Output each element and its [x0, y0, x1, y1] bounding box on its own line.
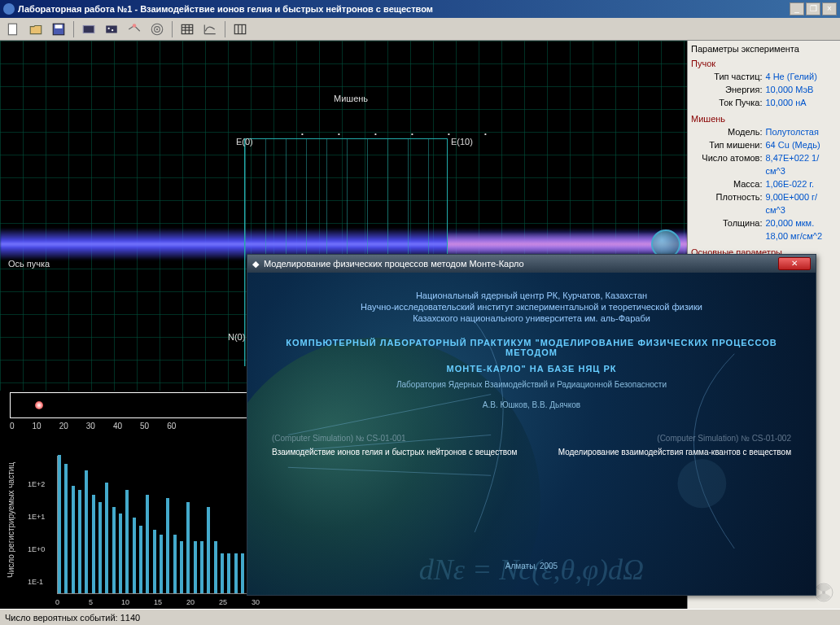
- param-value: 4 He (Гелий): [766, 70, 838, 83]
- svg-rect-3: [83, 25, 94, 33]
- new-button[interactable]: [3, 20, 23, 39]
- param-label: Число атомов:: [691, 151, 766, 177]
- open-button[interactable]: [26, 20, 46, 39]
- chart-bar: [92, 495, 95, 593]
- param-value: 18,00 мг/см^2: [766, 229, 838, 243]
- chart-ylabel: Число регистрируемых частиц: [7, 462, 15, 578]
- particle-button[interactable]: [125, 20, 144, 39]
- spectrum-chart: Число регистрируемых частиц 1E-1 1E+0 1E…: [16, 456, 260, 609]
- chart-bar: [112, 507, 116, 593]
- chart-bar: [234, 553, 238, 593]
- mini-histogram: [10, 392, 254, 418]
- minimize-button[interactable]: _: [790, 2, 804, 15]
- param-row: 18,00 мг/см^2: [691, 229, 837, 243]
- chart-bar: [58, 455, 61, 593]
- n0-label: N(0): [228, 332, 245, 342]
- chart-bar: [78, 490, 81, 593]
- chart-bar: [85, 470, 88, 593]
- chart-bar: [146, 495, 149, 593]
- chart-bar: [125, 490, 129, 593]
- grid2-button[interactable]: [102, 20, 121, 39]
- param-value: 10,000 МэВ: [766, 83, 838, 96]
- svg-point-6: [112, 29, 113, 31]
- param-row: Плотность:9,00E+000 г/см^3: [691, 190, 837, 216]
- param-value: Полутолстая: [766, 125, 838, 138]
- param-value: 10,000 нА: [766, 96, 838, 109]
- chart-bar: [153, 530, 156, 593]
- window-title: Лабораторная работа №1 - Взаимодействие …: [18, 4, 788, 14]
- toolbar: [0, 18, 840, 41]
- chart-bar: [221, 553, 224, 593]
- svg-point-7: [133, 24, 137, 28]
- param-label: Ток Пучка:: [691, 96, 766, 109]
- org-line-2: Научно-исследовательский институт экспер…: [272, 302, 791, 312]
- status-bar: Число вероятных событий: 1140: [0, 609, 840, 625]
- org-line-3: Казахского национального университета им…: [272, 313, 791, 323]
- status-text: Число вероятных событий: 1140: [5, 613, 140, 623]
- table-button[interactable]: [177, 20, 197, 39]
- lab-name: Лаборатория Ядерных Взаимодействий и Рад…: [272, 380, 791, 389]
- data-button[interactable]: [230, 20, 250, 39]
- chart-bar: [200, 541, 203, 593]
- module-desc-2: Моделирование взаимодействия гамма-квант…: [542, 448, 791, 457]
- param-row: Масса:1,06E-022 г.: [691, 177, 837, 190]
- cs-number-1: (Computer Simulation) № CS-01-001: [272, 434, 521, 443]
- beam-axis-label: Ось пучка: [8, 259, 50, 269]
- chart-bar: [214, 541, 217, 593]
- splash-main-title-1: КОМПЬЮТЕРНЫЙ ЛАБОРАТОРНЫЙ ПРАКТИКУМ "МОД…: [272, 338, 791, 357]
- splash-title-text: Моделирование физических процессов метод…: [264, 259, 778, 269]
- param-row: Энергия:10,000 МэВ: [691, 83, 837, 96]
- param-label: Модель:: [691, 125, 766, 138]
- chart-bar: [133, 518, 136, 593]
- target-label: Мишень: [334, 94, 368, 103]
- splash-main-title-2: МОНТЕ-КАРЛО" НА БАЗЕ НЯЦ РК: [272, 364, 791, 374]
- splash-titlebar: ◆ Моделирование физических процессов мет…: [247, 255, 816, 273]
- svg-rect-11: [182, 24, 193, 33]
- param-label: Энергия:: [691, 83, 766, 96]
- save-button[interactable]: [49, 20, 68, 39]
- chart-bar: [72, 486, 75, 593]
- param-label: Тип мишени:: [691, 138, 766, 151]
- chart-bar: [160, 535, 163, 593]
- grid1-button[interactable]: [79, 20, 98, 39]
- param-label: Тип частиц:: [691, 70, 766, 83]
- chart-bar: [139, 526, 142, 593]
- param-value: 1,06E-022 г.: [766, 177, 838, 190]
- param-row: Ток Пучка:10,000 нА: [691, 96, 837, 109]
- panel-header: Параметры эксперимента: [691, 44, 837, 54]
- chart-bar: [105, 483, 108, 593]
- chart-bar: [194, 541, 197, 593]
- target-section: Мишень: [691, 114, 837, 124]
- splash-dialog: ◆ Моделирование физических процессов мет…: [247, 254, 816, 596]
- cs-number-2: (Computer Simulation) № CS-01-002: [542, 434, 791, 443]
- param-label: Толщина:: [691, 216, 766, 229]
- chart-bar: [241, 553, 244, 593]
- param-row: Тип мишени:64 Cu (Медь): [691, 138, 837, 151]
- target-button[interactable]: [147, 20, 167, 39]
- particle-dot-icon: [35, 401, 43, 409]
- chart-bar: [227, 553, 230, 593]
- chart-bar: [186, 502, 190, 593]
- param-value: 8,47E+022 1/см^3: [766, 151, 838, 177]
- org-line-1: Национальный ядерный центр РК, Курчатов,…: [272, 291, 791, 300]
- chart-bar: [180, 541, 183, 593]
- chart-bar: [98, 502, 102, 593]
- maximize-button[interactable]: ❐: [806, 2, 820, 15]
- authors: А.В. Юшков, В.В. Дьячков: [272, 400, 791, 409]
- splash-close-button[interactable]: ✕: [778, 257, 811, 270]
- svg-rect-0: [8, 24, 16, 35]
- mini-axis: 0102030405060: [10, 422, 176, 431]
- city-year: Алматы, 2005: [247, 562, 816, 570]
- param-label: Масса:: [691, 177, 766, 190]
- svg-point-10: [156, 28, 158, 29]
- param-row: Число атомов:8,47E+022 1/см^3: [691, 151, 837, 177]
- svg-rect-2: [55, 24, 63, 28]
- param-row: Тип частиц:4 He (Гелий): [691, 70, 837, 83]
- param-value: 9,00E+000 г/см^3: [766, 190, 838, 216]
- param-value: 64 Cu (Медь): [766, 138, 838, 151]
- close-button[interactable]: ×: [822, 2, 837, 15]
- beam-section: Пучок: [691, 59, 837, 68]
- chart-bar: [119, 514, 122, 593]
- window-titlebar: Лабораторная работа №1 - Взаимодействие …: [0, 0, 840, 18]
- chart-button[interactable]: [200, 20, 220, 39]
